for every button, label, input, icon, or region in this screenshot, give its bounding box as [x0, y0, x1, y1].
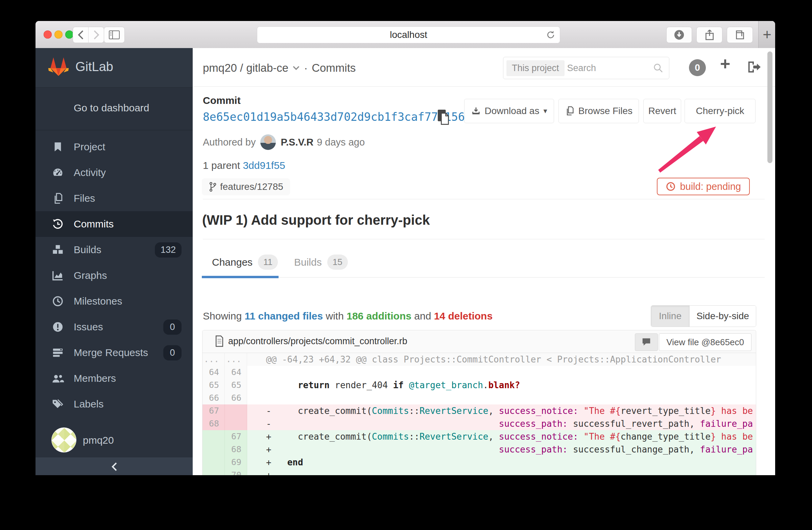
sign-out-button[interactable] [746, 60, 761, 74]
sidebar-user[interactable]: pmq20 [35, 422, 193, 454]
build-status-badge[interactable]: build: pending [657, 178, 750, 195]
old-line-number[interactable]: 65 [203, 379, 225, 392]
parent-label: 1 parent [203, 160, 240, 171]
close-window-button[interactable] [44, 30, 52, 39]
forward-icon [92, 29, 100, 40]
new-line-number[interactable] [225, 404, 247, 417]
summary-changed-files[interactable]: 11 changed files [244, 310, 323, 322]
sidebar-collapse-button[interactable] [35, 458, 193, 475]
zoom-window-button[interactable] [65, 30, 73, 39]
sidebar-item-builds[interactable]: Builds132 [35, 237, 193, 263]
inline-toggle-button[interactable]: Inline [651, 306, 689, 326]
breadcrumb-project[interactable]: pmq20 / gitlab-ce [203, 61, 288, 74]
old-line-number[interactable] [203, 443, 225, 456]
new-line-number[interactable]: 64 [225, 366, 247, 379]
diff-file-path[interactable]: app/controllers/projects/commit_controll… [228, 336, 407, 347]
branch-icon [208, 182, 217, 192]
new-project-button[interactable]: + [720, 54, 730, 74]
reload-icon[interactable] [546, 30, 556, 40]
download-as-icon [471, 106, 481, 116]
sidebar-item-files[interactable]: Files [35, 185, 193, 211]
plus-icon: + [763, 26, 771, 43]
new-line-number[interactable]: 70 [225, 469, 247, 475]
new-line-number[interactable]: 68 [225, 443, 247, 456]
old-line-number[interactable]: 67 [203, 404, 225, 417]
gitlab-logo-header[interactable]: GitLab [35, 48, 193, 88]
new-line-number[interactable]: 65 [225, 379, 247, 392]
cherry-pick-button[interactable]: Cherry-pick [684, 99, 756, 123]
old-line-number[interactable]: 64 [203, 366, 225, 379]
sidebar-item-members[interactable]: Members [35, 365, 193, 391]
commit-label: Commit [203, 95, 241, 106]
diff-line-content [247, 392, 756, 404]
new-line-number[interactable]: 69 [225, 456, 247, 469]
diff-line-content: + success_path: successful_change_path, … [247, 443, 756, 456]
sidebar-item-activity[interactable]: Activity [35, 160, 193, 185]
browse-files-button[interactable]: Browse Files [559, 99, 639, 123]
old-line-number[interactable]: 68 [203, 417, 225, 430]
view-file-button[interactable]: View file @8e65ec0 [659, 333, 752, 351]
new-line-number[interactable]: 66 [225, 392, 247, 404]
old-line-number[interactable]: ... [203, 353, 225, 366]
history-icon [51, 217, 64, 231]
diff-line-content: - success_path: successful_revert_path, … [247, 417, 756, 430]
sidebar-item-labels[interactable]: Labels [35, 391, 193, 417]
sidebar-item-label: Project [74, 141, 105, 153]
tab-overview-button[interactable] [727, 27, 753, 43]
old-line-number[interactable] [203, 430, 225, 443]
old-line-number[interactable] [203, 469, 225, 475]
tabs-icon [734, 30, 746, 40]
new-line-number[interactable]: ... [225, 353, 247, 366]
search-placeholder: Search [567, 63, 596, 73]
sidebar-item-commits[interactable]: Commits [35, 211, 193, 237]
new-line-number[interactable]: 67 [225, 430, 247, 443]
download-as-label: Download as [485, 106, 539, 116]
sidebar-item-issues[interactable]: Issues0 [35, 314, 193, 340]
sidebar-item-dashboard[interactable]: Go to dashboard [35, 87, 193, 130]
minimize-window-button[interactable] [55, 30, 62, 39]
share-button[interactable] [696, 27, 722, 43]
diff-row: 70+ [203, 469, 756, 475]
search-input[interactable]: This project Search [503, 57, 669, 79]
branch-name: features/12785 [220, 181, 283, 192]
author-name[interactable]: P.S.V.R [280, 137, 314, 148]
diff-line-content: return render_404 if @target_branch.blan… [247, 379, 756, 392]
sidebar-item-project[interactable]: Project [35, 134, 193, 160]
sidebar-item-graphs[interactable]: Graphs [35, 263, 193, 288]
revert-button[interactable]: Revert [643, 99, 681, 123]
page-scrollbar[interactable] [767, 52, 772, 163]
sidebar-item-merge-requests[interactable]: Merge Requests0 [35, 340, 193, 365]
parent-sha-link[interactable]: 3dd91f55 [243, 160, 285, 171]
side-by-side-toggle-button[interactable]: Side-by-side [689, 306, 756, 326]
old-line-number[interactable]: 66 [203, 392, 225, 404]
address-bar[interactable]: localhost [257, 26, 560, 43]
divider [203, 239, 765, 239]
new-line-number[interactable] [225, 417, 247, 430]
branch-ref[interactable]: features/12785 [202, 178, 290, 195]
diff-line-content: - create_commit(Commits::RevertService, … [247, 404, 756, 417]
back-button[interactable] [73, 27, 88, 43]
chevron-left-icon [111, 462, 118, 472]
diff-row: 69+ end [203, 456, 756, 469]
forward-button[interactable] [88, 27, 104, 43]
new-tab-button[interactable]: + [758, 21, 775, 48]
old-line-number[interactable] [203, 456, 225, 469]
sidebar-toggle-button[interactable] [104, 27, 125, 43]
todo-count-badge[interactable]: 0 [689, 59, 706, 76]
copy-to-clipboard-icon[interactable] [437, 110, 450, 125]
tab-changes[interactable]: Changes 11 [212, 254, 278, 270]
sidebar-item-label: Builds [74, 244, 101, 255]
commit-sha[interactable]: 8e65ec01d19a5b46433d702d9cb1f3caf77b156c [203, 110, 472, 124]
breadcrumb[interactable]: pmq20 / gitlab-ce · Commits [203, 61, 356, 74]
clock-icon [51, 294, 64, 308]
search-scope-chip[interactable]: This project [506, 60, 565, 76]
download-as-button[interactable]: Download as ▾ [464, 99, 554, 123]
diff-file-box: app/controllers/projects/commit_controll… [202, 330, 756, 475]
downloads-button[interactable] [666, 27, 692, 43]
tab-builds[interactable]: Builds 15 [294, 254, 348, 270]
diff-row: 67+ create_commit(Commits::RevertService… [203, 430, 756, 443]
sidebar-item-label: Labels [74, 398, 103, 410]
author-avatar[interactable] [260, 134, 276, 150]
comment-button[interactable] [635, 333, 658, 351]
sidebar-item-milestones[interactable]: Milestones [35, 288, 193, 314]
